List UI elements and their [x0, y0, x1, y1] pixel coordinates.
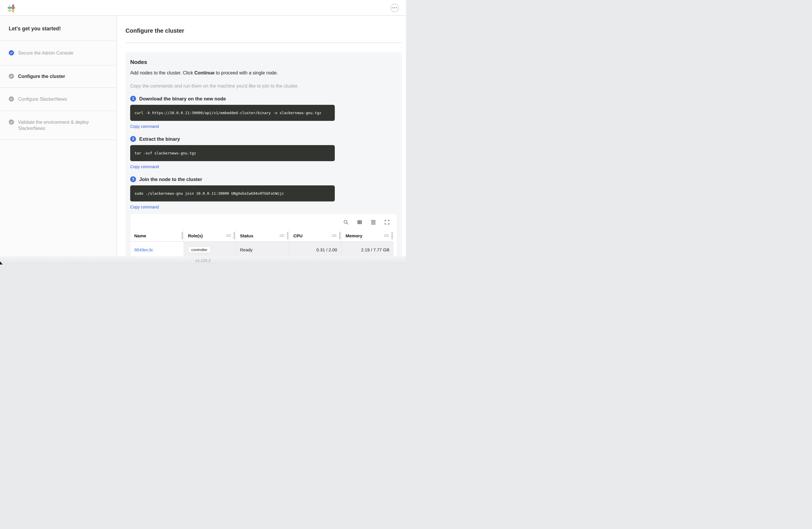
column-label: CPU [293, 233, 303, 238]
column-header-memory[interactable]: Memory [341, 230, 393, 241]
column-header-name[interactable]: Name [130, 230, 184, 241]
step-2-title: Extract the binary [139, 136, 180, 142]
column-label: Role(s) [188, 233, 203, 238]
column-resize-handle[interactable] [182, 232, 183, 239]
fullscreen-icon[interactable] [384, 219, 390, 225]
step-3-title: Join the node to the cluster [139, 177, 202, 182]
copy-commands-hint: Copy the commands and run them on the ma… [130, 84, 397, 89]
density-icon[interactable] [371, 219, 376, 225]
sidebar-item-validate-deploy[interactable]: Validate the environment & deploy Slacke… [0, 111, 116, 140]
nodes-intro: Add nodes to the cluster. Click Continue… [130, 70, 397, 76]
node-status-cell: Ready [235, 241, 289, 256]
node-name-cell: 8849ec3c [130, 241, 184, 256]
check-complete-icon [9, 50, 14, 56]
step-1-number-badge: 1 [130, 96, 136, 102]
ellipsis-menu-button[interactable] [391, 4, 399, 12]
sidebar-item-label: Configure the cluster [18, 73, 65, 80]
node-name-link[interactable]: 8849ec3c [134, 247, 153, 252]
step-3-copy-command-link[interactable]: Copy command [130, 205, 159, 209]
step-2-header: 2 Extract the binary [130, 136, 397, 142]
ellipsis-dot [392, 7, 393, 9]
step-3-command-code: sudo ./slackernews-gnu join 10.0.0.11:30… [130, 185, 335, 201]
step-1-title: Download the binary on the new node [139, 96, 226, 102]
sidebar-heading: Let's get you started! [0, 16, 116, 41]
column-label: Memory [346, 233, 363, 238]
step-3-header: 3 Join the node to the cluster [130, 176, 397, 182]
table-toolbar [130, 214, 397, 230]
ellipsis-dot [394, 7, 395, 9]
node-cpu-cell: 0.31 / 2.00 [289, 241, 341, 256]
node-roles-cell: controller [184, 241, 235, 256]
sidebar-item-secure-admin-console[interactable]: Secure the Admin Console [0, 41, 116, 66]
column-header-roles[interactable]: Role(s) [184, 230, 235, 241]
step-1-copy-command-link[interactable]: Copy command [130, 124, 159, 129]
title-divider [126, 43, 402, 43]
sidebar-item-label: Configure SlackerNews [18, 96, 67, 102]
page-title: Configure the cluster [126, 27, 402, 34]
setup-steps-sidebar: Let's get you started! Secure the Admin … [0, 16, 117, 256]
nodes-heading: Nodes [130, 59, 397, 66]
nodes-table-card: Name Role(s) Status [130, 214, 397, 256]
table-row: 8849ec3c controller Ready 0.31 / 2.00 2.… [130, 241, 393, 256]
column-drag-icon[interactable] [332, 234, 336, 238]
column-label: Status [240, 233, 253, 238]
column-header-status[interactable]: Status [235, 230, 289, 241]
footer-bar: v1.125.2 [0, 256, 406, 264]
sidebar-item-label: Validate the environment & deploy Slacke… [18, 119, 108, 131]
role-badge: controller [188, 246, 211, 253]
column-drag-icon[interactable] [384, 234, 389, 238]
column-drag-icon[interactable] [280, 234, 284, 238]
step-2-copy-command-link[interactable]: Copy command [130, 165, 159, 169]
version-label: v1.125.2 [195, 258, 211, 263]
intro-continue-word: Continue [194, 70, 215, 75]
column-resize-handle[interactable] [287, 232, 288, 239]
column-drag-icon[interactable] [226, 234, 231, 238]
nodes-table: Name Role(s) Status [130, 230, 393, 256]
intro-text: to proceed with a single node. [215, 70, 278, 75]
column-resize-handle[interactable] [339, 232, 340, 239]
column-resize-handle[interactable] [233, 232, 235, 239]
top-nav-bar [0, 0, 406, 16]
search-icon[interactable] [343, 219, 349, 225]
column-header-cpu[interactable]: CPU [289, 230, 341, 241]
check-pending-icon [9, 74, 14, 79]
sidebar-item-configure-cluster[interactable]: Configure the cluster [0, 66, 116, 88]
slackernews-logo-icon [7, 3, 15, 13]
node-memory-cell: 2.19 / 7.77 GB [341, 241, 393, 256]
nodes-card: Nodes Add nodes to the cluster. Click Co… [126, 52, 402, 256]
admin-console-window: Let's get you started! Secure the Admin … [0, 0, 406, 264]
check-pending-icon [9, 96, 14, 102]
intro-text: Add nodes to the cluster. Click [130, 70, 194, 75]
step-3-number-badge: 3 [130, 176, 136, 182]
sidebar-item-configure-slackernews[interactable]: Configure SlackerNews [0, 88, 116, 111]
ellipsis-dot [396, 7, 397, 9]
step-1-header: 1 Download the binary on the new node [130, 96, 397, 102]
columns-icon[interactable] [357, 219, 363, 225]
sidebar-item-label: Secure the Admin Console [18, 50, 73, 56]
step-1-command-code: curl -k https://10.0.0.11:30000/api/v1/e… [130, 105, 335, 121]
step-2-number-badge: 2 [130, 136, 136, 142]
main-content: Configure the cluster Nodes Add nodes to… [117, 16, 406, 256]
table-header-row: Name Role(s) Status [130, 230, 393, 241]
column-resize-handle[interactable] [391, 232, 393, 239]
column-label: Name [134, 233, 146, 238]
check-pending-icon [9, 119, 14, 125]
step-2-command-code: tar -xvf slackernews-gnu.tgz [130, 145, 335, 161]
